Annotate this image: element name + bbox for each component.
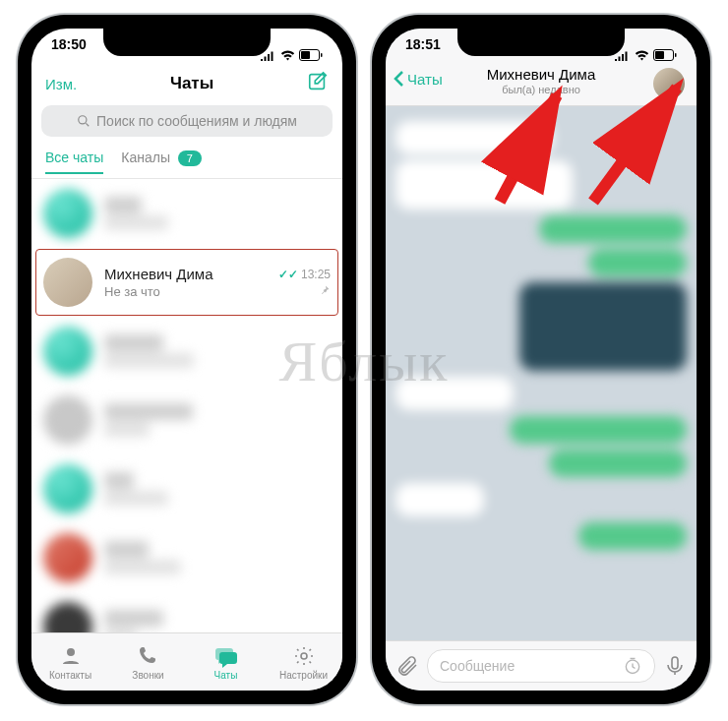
channels-badge: 7 (178, 150, 202, 166)
chat-name: Михневич Дима (104, 266, 213, 282)
phone-frame-left: 18:50 Изм. Чаты Поиск по сообщениям и лю… (18, 15, 356, 704)
list-item-highlighted[interactable]: Михневич Дима ✓✓ 13:25 Не за что (31, 248, 342, 317)
tab-bar: Контакты Звонки Чаты Настройки (31, 632, 342, 691)
message-input[interactable]: Сообщение (427, 649, 655, 683)
tabbar-chats[interactable]: Чаты (187, 633, 265, 691)
status-time: 18:50 (51, 36, 87, 74)
phone-icon (137, 644, 160, 668)
chat-time: ✓✓ 13:25 (278, 268, 331, 281)
annotation-arrow (583, 74, 692, 211)
svg-point-5 (67, 648, 75, 656)
notch (457, 29, 625, 56)
chat-scope-tabs: Все чаты Каналы 7 (31, 145, 342, 179)
svg-rect-3 (310, 75, 325, 90)
avatar[interactable] (43, 258, 92, 307)
list-item[interactable]: xxxxxxxxxxxxxxxxxxxxxx (31, 317, 342, 386)
svg-rect-9 (675, 53, 677, 57)
tabbar-contacts[interactable]: Контакты (31, 633, 109, 691)
message-out[interactable] (588, 249, 687, 276)
list-item[interactable]: xxxxxxxxxxxxxxxxxx (31, 523, 342, 592)
list-item[interactable]: xxxxxxxxxxxxxxx (31, 179, 342, 248)
svg-rect-2 (321, 53, 323, 57)
chat-preview: Не за что (104, 284, 160, 299)
svg-line-12 (500, 95, 557, 202)
pin-icon (319, 284, 331, 299)
tab-all-chats[interactable]: Все чаты (45, 150, 103, 173)
svg-rect-1 (301, 51, 310, 59)
svg-rect-8 (655, 51, 664, 59)
message-out[interactable] (578, 522, 687, 550)
annotation-arrow (480, 84, 578, 211)
timer-icon[interactable] (623, 656, 642, 676)
input-placeholder: Сообщение (440, 658, 515, 674)
search-input[interactable]: Поиск по сообщениям и людям (41, 105, 333, 137)
svg-point-6 (301, 653, 307, 659)
page-title: Чаты (170, 74, 213, 93)
chat-list[interactable]: xxxxxxxxxxxxxxx Михневич Дима ✓✓ 13:25 (31, 179, 342, 633)
compose-button[interactable] (307, 71, 329, 96)
message-media[interactable] (519, 282, 687, 371)
message-input-bar: Сообщение (386, 640, 697, 691)
message-out[interactable] (510, 416, 687, 444)
search-placeholder: Поиск по сообщениям и людям (96, 113, 297, 129)
svg-rect-11 (672, 657, 678, 669)
read-checks-icon: ✓✓ (278, 268, 298, 281)
list-item[interactable]: xxxxxxxxxxxxx (31, 592, 342, 633)
message-out[interactable] (539, 215, 687, 243)
status-time: 18:51 (405, 36, 441, 74)
notch (103, 29, 271, 56)
contacts-icon (59, 644, 83, 668)
svg-point-4 (79, 116, 87, 124)
svg-line-13 (593, 88, 677, 202)
list-item[interactable]: xxxxxxxxxxxxxx (31, 454, 342, 523)
gear-icon (292, 644, 316, 668)
search-icon (77, 114, 91, 128)
edit-button[interactable]: Изм. (45, 76, 77, 92)
message-in[interactable] (395, 483, 484, 516)
tabbar-calls[interactable]: Звонки (109, 633, 187, 691)
message-out[interactable] (549, 450, 687, 477)
phone-frame-right: 18:51 Чаты Михневич Дима был(а) недавно (372, 15, 710, 704)
screen-chats: 18:50 Изм. Чаты Поиск по сообщениям и лю… (31, 29, 342, 691)
list-item[interactable]: xxxxxxxxxxxxxxxxxxx (31, 386, 342, 454)
chats-icon (214, 644, 238, 668)
message-in[interactable] (395, 377, 514, 410)
mic-icon[interactable] (663, 654, 687, 678)
attach-icon[interactable] (395, 654, 419, 678)
tabbar-settings[interactable]: Настройки (265, 633, 342, 691)
tab-channels[interactable]: Каналы 7 (121, 150, 202, 174)
